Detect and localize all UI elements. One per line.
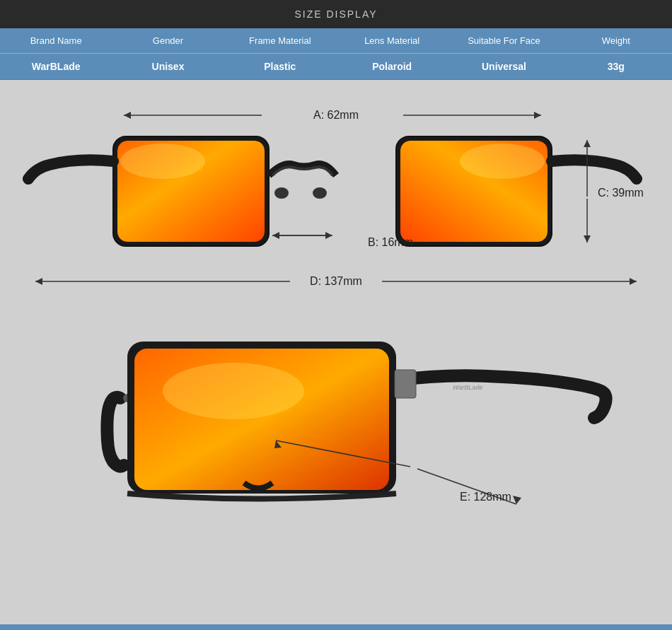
- header-face: Suitable For Face: [448, 28, 560, 54]
- header-frame: Frame Material: [224, 28, 336, 54]
- svg-marker-21: [584, 235, 591, 243]
- svg-marker-23: [35, 278, 42, 285]
- title-bar: SIZE DISPLAY: [0, 0, 672, 28]
- value-brand: WarBLade: [0, 54, 112, 79]
- svg-point-9: [313, 187, 327, 199]
- header-brand: Brand Name: [0, 28, 112, 54]
- value-gender: Unisex: [112, 54, 224, 79]
- svg-point-8: [274, 187, 289, 199]
- svg-marker-11: [124, 112, 131, 119]
- svg-point-30: [163, 363, 304, 419]
- svg-marker-19: [584, 140, 591, 147]
- svg-point-4: [120, 144, 205, 179]
- dim-c-label: C: 39mm: [598, 187, 644, 199]
- header-lens: Lens Material: [336, 28, 448, 54]
- svg-marker-13: [534, 112, 541, 119]
- svg-marker-25: [630, 278, 637, 285]
- dim-d-arrow: D: 137mm: [35, 275, 637, 287]
- value-face: Universal: [448, 54, 560, 79]
- dim-b-arrow: B: 16mm: [272, 232, 413, 248]
- header-weight: Weight: [560, 28, 672, 54]
- value-frame: Plastic: [224, 54, 336, 79]
- main-diagram: A: 62mm B: 16mm C: 39mm: [21, 94, 651, 589]
- header-gender: Gender: [112, 28, 224, 54]
- dim-a-label: A: 62mm: [313, 109, 359, 121]
- specs-table: Brand Name Gender Frame Material Lens Ma…: [0, 28, 672, 80]
- value-lens: Polaroid: [336, 54, 448, 79]
- page-title: SIZE DISPLAY: [294, 8, 377, 20]
- display-area: A: 62mm B: 16mm C: 39mm: [0, 80, 672, 624]
- dim-d-label: D: 137mm: [310, 275, 362, 287]
- svg-text:WarBLade: WarBLade: [453, 384, 482, 391]
- svg-rect-31: [395, 370, 416, 398]
- dim-e-label: E: 128mm: [460, 491, 511, 503]
- dim-b-label: B: 16mm: [368, 236, 413, 248]
- value-weight: 33g: [560, 54, 672, 79]
- glasses-side-view: WarBLade: [107, 342, 606, 499]
- svg-marker-17: [325, 232, 332, 239]
- svg-point-7: [460, 144, 545, 179]
- footer-note: note:the size is measured by hand.therew…: [0, 624, 672, 630]
- glasses-front-view: [28, 136, 637, 246]
- dim-a-arrow: A: 62mm: [124, 109, 541, 121]
